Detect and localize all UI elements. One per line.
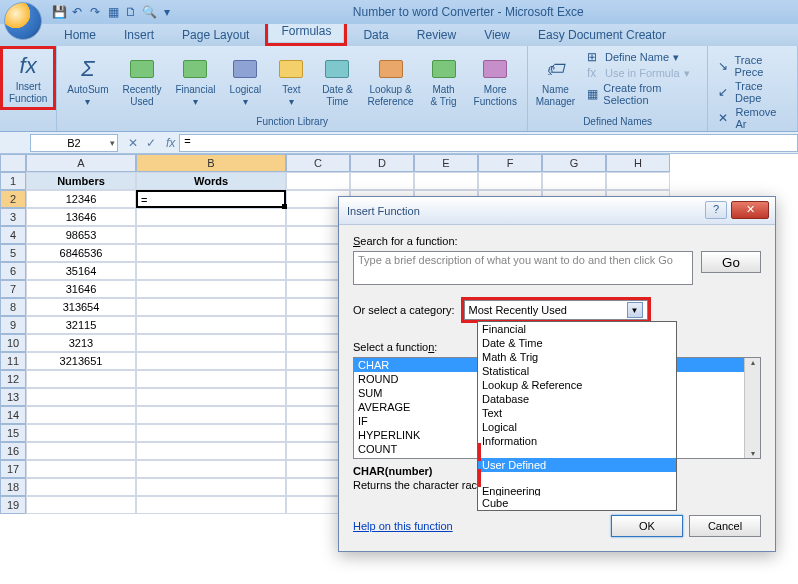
- category-option[interactable]: Date & Time: [478, 336, 676, 350]
- row-header[interactable]: 3: [0, 208, 26, 226]
- use-in-formula-button[interactable]: fxUse in Formula▾: [587, 66, 697, 80]
- math-trig-button[interactable]: Math & Trig: [422, 48, 466, 114]
- more-functions-button[interactable]: More Functions: [468, 48, 523, 114]
- cell[interactable]: [136, 370, 286, 388]
- dialog-help-button[interactable]: ?: [705, 201, 727, 219]
- col-header[interactable]: D: [350, 154, 414, 172]
- category-option[interactable]: Financial: [478, 322, 676, 336]
- col-header[interactable]: C: [286, 154, 350, 172]
- col-header[interactable]: F: [478, 154, 542, 172]
- qat-icon-1[interactable]: ▦: [106, 5, 120, 19]
- formula-input[interactable]: =: [179, 134, 798, 152]
- category-option[interactable]: Text: [478, 406, 676, 420]
- cell[interactable]: [414, 172, 478, 190]
- cell[interactable]: [136, 460, 286, 478]
- cell[interactable]: 13646: [26, 208, 136, 226]
- col-header[interactable]: H: [606, 154, 670, 172]
- cell[interactable]: 3213: [26, 334, 136, 352]
- row-header[interactable]: 8: [0, 298, 26, 316]
- row-header[interactable]: 1: [0, 172, 26, 190]
- cell[interactable]: 98653: [26, 226, 136, 244]
- tab-home[interactable]: Home: [52, 24, 108, 46]
- cell[interactable]: [136, 496, 286, 514]
- tab-view[interactable]: View: [472, 24, 522, 46]
- cell[interactable]: [136, 334, 286, 352]
- close-icon[interactable]: ✕: [731, 201, 769, 219]
- text-button[interactable]: Text▾: [269, 48, 313, 114]
- cell[interactable]: [286, 172, 350, 190]
- tab-page-layout[interactable]: Page Layout: [170, 24, 261, 46]
- col-header[interactable]: A: [26, 154, 136, 172]
- autosum-button[interactable]: ΣAutoSum▾: [61, 48, 114, 114]
- row-header[interactable]: 19: [0, 496, 26, 514]
- cell[interactable]: 6846536: [26, 244, 136, 262]
- name-manager-button[interactable]: 🏷Name Manager: [532, 48, 579, 114]
- cell[interactable]: [136, 280, 286, 298]
- chevron-down-icon[interactable]: ▼: [627, 302, 643, 318]
- cell[interactable]: [542, 172, 606, 190]
- lookup-ref-button[interactable]: Lookup & Reference: [361, 48, 419, 114]
- qat-dropdown-icon[interactable]: ▾: [160, 5, 174, 19]
- cancel-button[interactable]: Cancel: [689, 515, 761, 537]
- cancel-edit-icon[interactable]: ✕: [128, 136, 138, 150]
- category-option-user-defined[interactable]: User Defined: [478, 458, 676, 472]
- tab-insert[interactable]: Insert: [112, 24, 166, 46]
- col-header[interactable]: G: [542, 154, 606, 172]
- recently-used-button[interactable]: Recently Used: [117, 48, 168, 114]
- row-header[interactable]: 10: [0, 334, 26, 352]
- row-header[interactable]: 16: [0, 442, 26, 460]
- cell[interactable]: 35164: [26, 262, 136, 280]
- create-from-selection-button[interactable]: ▦Create from Selection: [587, 82, 697, 106]
- row-header[interactable]: 6: [0, 262, 26, 280]
- cell[interactable]: [136, 208, 286, 226]
- cell[interactable]: [26, 496, 136, 514]
- category-option[interactable]: Database: [478, 392, 676, 406]
- cell[interactable]: [26, 388, 136, 406]
- row-header[interactable]: 12: [0, 370, 26, 388]
- col-header[interactable]: E: [414, 154, 478, 172]
- cell[interactable]: [26, 370, 136, 388]
- print-preview-icon[interactable]: 🔍: [142, 5, 156, 19]
- tab-review[interactable]: Review: [405, 24, 468, 46]
- col-header[interactable]: B: [136, 154, 286, 172]
- cell[interactable]: [606, 172, 670, 190]
- cell[interactable]: [136, 316, 286, 334]
- logical-button[interactable]: Logical▾: [223, 48, 267, 114]
- tab-data[interactable]: Data: [351, 24, 400, 46]
- row-header[interactable]: 18: [0, 478, 26, 496]
- define-name-button[interactable]: ⊞Define Name▾: [587, 50, 697, 64]
- trace-dependents-button[interactable]: ↙Trace Depe: [718, 80, 787, 104]
- category-option[interactable]: Information: [478, 434, 676, 446]
- cell[interactable]: [26, 406, 136, 424]
- cell[interactable]: [136, 298, 286, 316]
- row-header[interactable]: 17: [0, 460, 26, 478]
- tab-easy-doc[interactable]: Easy Document Creator: [526, 24, 678, 46]
- category-option[interactable]: Cube: [478, 496, 676, 510]
- cell[interactable]: 12346: [26, 190, 136, 208]
- cell[interactable]: [136, 424, 286, 442]
- cell[interactable]: Numbers: [26, 172, 136, 190]
- row-header[interactable]: 14: [0, 406, 26, 424]
- row-header[interactable]: 7: [0, 280, 26, 298]
- financial-button[interactable]: Financial▾: [169, 48, 221, 114]
- cell[interactable]: [136, 478, 286, 496]
- date-time-button[interactable]: Date & Time: [315, 48, 359, 114]
- cell[interactable]: 3213651: [26, 352, 136, 370]
- row-header[interactable]: 9: [0, 316, 26, 334]
- category-option[interactable]: Logical: [478, 420, 676, 434]
- cell[interactable]: [136, 406, 286, 424]
- scrollbar[interactable]: [744, 358, 760, 458]
- row-header[interactable]: 15: [0, 424, 26, 442]
- go-button[interactable]: Go: [701, 251, 761, 273]
- cell[interactable]: [136, 244, 286, 262]
- redo-icon[interactable]: ↷: [88, 5, 102, 19]
- cell[interactable]: [26, 424, 136, 442]
- trace-precedents-button[interactable]: ↘Trace Prece: [718, 54, 787, 78]
- ok-button[interactable]: OK: [611, 515, 683, 537]
- cell[interactable]: [350, 172, 414, 190]
- select-all-corner[interactable]: [0, 154, 26, 172]
- name-box[interactable]: B2: [30, 134, 118, 152]
- qat-icon-2[interactable]: 🗋: [124, 5, 138, 19]
- cell[interactable]: [478, 172, 542, 190]
- help-link[interactable]: Help on this function: [353, 520, 453, 532]
